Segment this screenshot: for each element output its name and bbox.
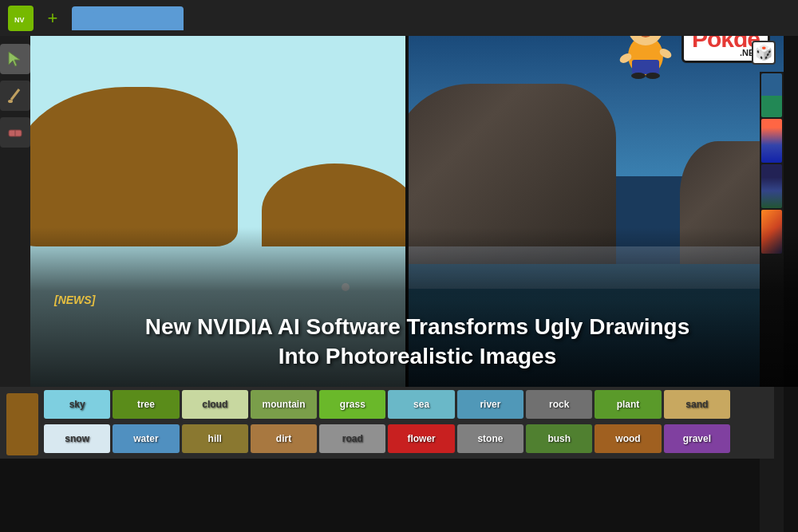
stone-swatch[interactable]: stone [457, 424, 523, 453]
hill-swatch[interactable]: hill [182, 424, 248, 453]
brown-swatch[interactable] [6, 393, 38, 455]
svg-point-17 [631, 73, 646, 79]
article-container: NV + [0, 0, 798, 532]
wood-swatch[interactable]: wood [595, 424, 661, 453]
bush-swatch[interactable]: bush [526, 424, 592, 453]
active-tab[interactable] [72, 6, 184, 30]
snow-swatch[interactable]: snow [44, 424, 110, 453]
palette-row-2: snow water hill dirt road flower stone b… [44, 424, 730, 455]
thumbnail-item[interactable] [761, 164, 782, 208]
sky-swatch[interactable]: sky [44, 390, 110, 419]
thumbnail-item[interactable] [761, 73, 782, 117]
news-tag: [NEWS] [54, 294, 780, 306]
tab-bar [72, 6, 184, 30]
rock-swatch[interactable]: rock [526, 390, 592, 419]
flower-swatch[interactable]: flower [388, 424, 454, 453]
svg-marker-2 [9, 52, 20, 66]
overlay-gradient: [NEWS] New NVIDIA AI Software Transforms… [30, 227, 798, 387]
svg-text:NV: NV [14, 16, 25, 24]
nvidia-logo: NV [8, 6, 34, 31]
mountain-swatch[interactable]: mountain [251, 390, 317, 419]
thumbnail-item[interactable] [761, 119, 782, 163]
new-tab-button[interactable]: + [41, 7, 64, 30]
dirt-swatch[interactable]: dirt [251, 424, 317, 453]
gravel-swatch[interactable]: gravel [664, 424, 730, 453]
select-tool-button[interactable] [0, 44, 30, 74]
tree-swatch[interactable]: tree [113, 390, 179, 419]
svg-line-3 [11, 89, 19, 100]
svg-rect-14 [632, 60, 659, 74]
sea-swatch[interactable]: sea [388, 390, 454, 419]
palette-area: sky tree cloud mountain grass sea river … [0, 387, 774, 459]
road-swatch[interactable]: road [319, 424, 385, 453]
svg-point-4 [8, 100, 13, 103]
top-bar: NV + [0, 0, 798, 36]
grass-swatch[interactable]: grass [319, 390, 385, 419]
sand-swatch[interactable]: sand [664, 390, 730, 419]
cloud-swatch[interactable]: cloud [182, 390, 248, 419]
palette-row-1: sky tree cloud mountain grass sea river … [44, 390, 730, 421]
dice-icon: 🎲 [752, 41, 776, 65]
river-swatch[interactable]: river [457, 390, 523, 419]
plant-swatch[interactable]: plant [595, 390, 661, 419]
svg-point-18 [646, 73, 660, 79]
eraser-tool-button[interactable] [0, 117, 30, 148]
brush-tool-button[interactable] [0, 81, 30, 111]
rock-left-drawing [30, 87, 238, 246]
article-headline: New NVIDIA AI Software Transforms Ugly D… [54, 313, 780, 371]
water-swatch[interactable]: water [113, 424, 179, 453]
